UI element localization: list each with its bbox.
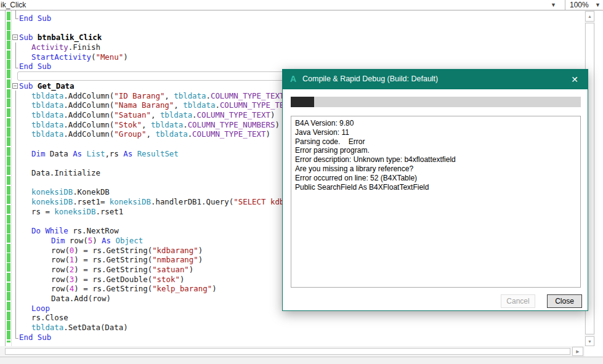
code-token: .Finish [68, 42, 100, 52]
code-token: .AddColumn( [63, 110, 114, 119]
code-token: row( [65, 236, 87, 245]
code-token: "nmbarang" [152, 255, 198, 264]
code-line: tbldata.SetData(Data) [19, 323, 583, 333]
code-token: rs.Close [31, 313, 68, 322]
code-token: End Sub [19, 333, 51, 342]
code-token: .rset1= [73, 197, 110, 206]
code-token: koneksiDB [110, 197, 151, 206]
code-token: .AddColumn( [63, 100, 114, 110]
code-token: COLUMN_TYPE_NUMBERS [188, 120, 275, 129]
code-token: As [73, 149, 82, 158]
fold-connector-tick [15, 68, 18, 68]
log-line: Parsing code. Error [295, 137, 577, 147]
code-token: tbldata [183, 100, 215, 110]
code-token: btnbalik_Click [38, 33, 102, 42]
compile-progress-fill [291, 97, 314, 107]
code-token: As [123, 149, 132, 158]
code-token: StartActivity [31, 52, 91, 62]
fold-connector-tick [15, 338, 18, 339]
code-token: row( [51, 284, 70, 293]
code-token: koneksiDB [31, 197, 73, 206]
code-token: Dim [51, 236, 65, 245]
code-token: row( [51, 255, 70, 264]
b4a-logo-icon: A [290, 74, 296, 84]
code-token: As [102, 236, 111, 245]
code-token: ,rs [105, 149, 123, 158]
code-token: Do While [31, 226, 68, 235]
fold-collapse-icon[interactable]: − [12, 34, 18, 40]
code-token: , [164, 91, 174, 100]
code-token: tbldata [31, 100, 63, 110]
log-line: Java Version: 11 [295, 128, 577, 137]
scroll-up-icon[interactable]: ▲ [585, 11, 594, 22]
bottom-panel-strip [0, 357, 603, 364]
code-token: , [147, 129, 156, 139]
horizontal-scrollbar[interactable]: ▶ [0, 346, 585, 357]
fold-connector-line [15, 42, 16, 68]
code-token: ) [189, 265, 193, 274]
code-token: Data [45, 149, 73, 158]
code-token: ) = rs.GetString( [74, 246, 152, 255]
ide-window: ik_Click ▼ 100% ▼ End Sub−Sub btnbalik_C… [0, 0, 603, 364]
close-button[interactable]: Close [547, 294, 582, 308]
code-token: Sub [19, 33, 38, 42]
horizontal-scrollbar-thumb[interactable] [5, 348, 570, 355]
code-token: List [87, 149, 105, 158]
scroll-right-icon[interactable]: ▶ [572, 347, 583, 356]
code-token: . [192, 110, 196, 119]
code-token: koneksiDB [31, 187, 73, 196]
code-token: Object [115, 236, 143, 245]
fold-collapse-icon[interactable]: − [12, 83, 18, 89]
code-token: COLUMN_TYPE_TEXT [211, 91, 284, 100]
code-token: Data.Initialize [31, 168, 100, 177]
dialog-titlebar[interactable]: A Compile & Rapid Debug (Build: Default)… [283, 70, 588, 89]
code-token: ) = rs.GetDouble( [74, 275, 152, 284]
code-token: ) = rs.GetString( [74, 255, 152, 264]
code-token: ) [212, 284, 216, 293]
code-line [19, 23, 583, 33]
chevron-down-icon[interactable]: ▼ [595, 2, 601, 8]
code-token: , [174, 100, 183, 110]
code-token: rs = [31, 207, 54, 216]
code-token: , [151, 110, 160, 119]
sub-selector-combobox[interactable]: ik_Click ▼ [0, 0, 565, 10]
code-token: tbldata [31, 323, 63, 332]
code-token: "kelp_barang" [152, 284, 212, 293]
code-token: ) [275, 120, 279, 129]
code-line: StartActivity("Menu") [19, 52, 583, 62]
chevron-down-icon[interactable]: ▼ [551, 2, 556, 8]
scroll-down-icon[interactable]: ▼ [585, 336, 594, 346]
code-token: ) [180, 275, 184, 284]
close-icon[interactable]: ✕ [568, 73, 581, 86]
code-token: rs.NextRow [68, 226, 119, 235]
log-line: Error occurred on line: 52 (B4XTable) [295, 174, 577, 183]
cancel-button[interactable]: Cancel [501, 294, 535, 308]
code-token: Activity [31, 42, 68, 52]
code-token: row( [51, 275, 70, 284]
log-line: Are you missing a library reference? [295, 164, 577, 174]
code-token: row( [51, 246, 70, 255]
code-token: , [142, 120, 151, 129]
code-line: Activity.Finish [19, 42, 583, 52]
code-token: End Sub [19, 14, 51, 23]
code-token: . [215, 100, 219, 110]
log-line: B4A Version: 9.80 [295, 119, 577, 128]
zoom-level-value: 100% [570, 1, 589, 9]
gutter-divider [11, 10, 12, 346]
code-token: ) = rs.GetString( [74, 265, 152, 274]
code-token: tbldata [31, 129, 63, 139]
code-token: tbldata [31, 91, 63, 100]
code-token: Loop [31, 304, 50, 313]
zoom-level-combobox[interactable]: 100% ▼ [567, 0, 603, 10]
code-line: End Sub [19, 333, 583, 342]
code-token: tbldata [155, 129, 187, 139]
code-token: tbldata [151, 120, 183, 129]
code-token: tbldata [31, 110, 63, 119]
fold-connector-tick [15, 18, 18, 19]
code-token: .AddColumn( [63, 129, 114, 139]
compile-log-output: B4A Version: 9.80Java Version: 11Parsing… [291, 116, 581, 288]
code-token: COLUMN_TYPE_TEXT [197, 110, 270, 119]
changed-lines-indicator [7, 12, 10, 342]
code-token: "kdbarang" [152, 246, 198, 255]
code-token: ) [198, 255, 203, 264]
